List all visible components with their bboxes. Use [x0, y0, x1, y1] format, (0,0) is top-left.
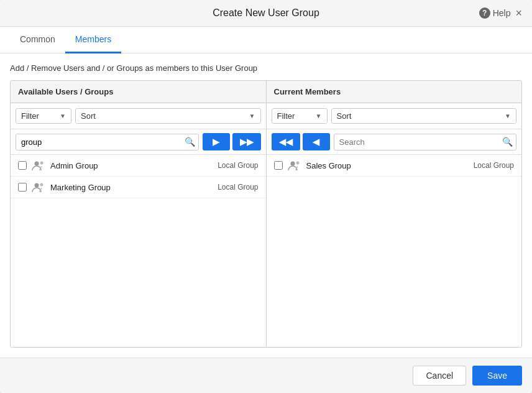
current-members-panel: Current Members Filter ▼ Sort ▼ ◀◀ — [267, 81, 522, 347]
admin-group-checkbox[interactable] — [18, 161, 27, 170]
tab-members[interactable]: Members — [65, 27, 121, 53]
header-actions: ? Help × — [479, 7, 523, 19]
dialog-header: Create New User Group ? Help × — [0, 0, 532, 27]
available-sort-dropdown[interactable]: Sort ▼ — [75, 108, 261, 124]
available-search-input[interactable] — [16, 134, 199, 150]
list-item[interactable]: Sales Group Local Group — [267, 155, 522, 177]
current-search-input[interactable] — [334, 134, 517, 150]
current-search-wrap: 🔍 — [334, 134, 517, 150]
available-search-wrap: 🔍 — [16, 134, 199, 150]
close-button[interactable]: × — [514, 7, 523, 19]
description-text: Add / Remove Users and / or Groups as me… — [10, 63, 522, 73]
list-item[interactable]: Admin Group Local Group — [11, 155, 266, 177]
available-controls-row: Filter ▼ Sort ▼ — [11, 103, 266, 129]
sort-arrow-icon: ▼ — [249, 113, 255, 119]
current-search-button[interactable]: 🔍 — [502, 137, 513, 147]
tab-common[interactable]: Common — [10, 27, 65, 53]
available-panel-header: Available Users / Groups — [11, 81, 266, 103]
available-list: Admin Group Local Group — [11, 155, 266, 347]
admin-group-type: Local Group — [218, 161, 258, 170]
admin-group-icon — [32, 160, 45, 171]
current-members-list: Sales Group Local Group — [267, 155, 522, 347]
sales-group-type: Local Group — [474, 161, 514, 170]
svg-point-5 — [296, 162, 299, 165]
current-search-row: ◀◀ ◀ 🔍 — [267, 129, 522, 155]
help-button[interactable]: ? Help — [479, 7, 511, 19]
sales-group-icon — [288, 160, 301, 171]
list-item[interactable]: Marketing Group Local Group — [11, 177, 266, 198]
svg-point-1 — [40, 162, 44, 165]
help-label: Help — [493, 8, 511, 18]
available-search-row: 🔍 ▶ ▶▶ — [11, 129, 266, 155]
marketing-group-type: Local Group — [218, 183, 258, 192]
current-filter-dropdown[interactable]: Filter ▼ — [272, 108, 328, 124]
remove-buttons: ◀◀ ◀ — [272, 133, 330, 150]
marketing-group-name: Marketing Group — [50, 183, 213, 192]
current-filter-arrow-icon: ▼ — [316, 113, 322, 119]
transfer-buttons: ▶ ▶▶ — [203, 133, 261, 150]
svg-point-3 — [40, 183, 44, 187]
filter-arrow-icon: ▼ — [60, 113, 66, 119]
svg-point-0 — [35, 162, 39, 166]
current-controls-row: Filter ▼ Sort ▼ — [267, 103, 522, 129]
remove-all-button[interactable]: ◀◀ — [272, 133, 300, 150]
help-icon: ? — [479, 7, 490, 19]
panels-container: Available Users / Groups Filter ▼ Sort ▼ — [10, 80, 522, 348]
available-filter-dropdown[interactable]: Filter ▼ — [16, 108, 71, 124]
svg-point-4 — [290, 162, 295, 166]
tabs-bar: Common Members — [0, 27, 532, 53]
cancel-button[interactable]: Cancel — [413, 366, 466, 386]
add-one-button[interactable]: ▶ — [203, 133, 230, 150]
available-search-button[interactable]: 🔍 — [185, 137, 195, 147]
current-sort-arrow-icon: ▼ — [505, 113, 511, 119]
sales-group-checkbox[interactable] — [274, 161, 283, 170]
create-user-group-dialog: Create New User Group ? Help × Common Me… — [0, 0, 532, 393]
dialog-body: Add / Remove Users and / or Groups as me… — [0, 53, 532, 358]
current-members-panel-header: Current Members — [267, 81, 522, 103]
remove-one-button[interactable]: ◀ — [303, 133, 330, 150]
sales-group-name: Sales Group — [306, 161, 469, 170]
marketing-group-icon — [32, 182, 45, 193]
admin-group-name: Admin Group — [50, 161, 213, 170]
save-button[interactable]: Save — [472, 366, 522, 386]
current-sort-dropdown[interactable]: Sort ▼ — [331, 108, 517, 124]
marketing-group-checkbox[interactable] — [18, 183, 27, 192]
add-all-button[interactable]: ▶▶ — [232, 133, 261, 150]
dialog-title: Create New User Group — [213, 7, 319, 19]
svg-point-2 — [35, 183, 39, 188]
available-panel: Available Users / Groups Filter ▼ Sort ▼ — [11, 81, 267, 347]
dialog-footer: Cancel Save — [0, 358, 532, 393]
